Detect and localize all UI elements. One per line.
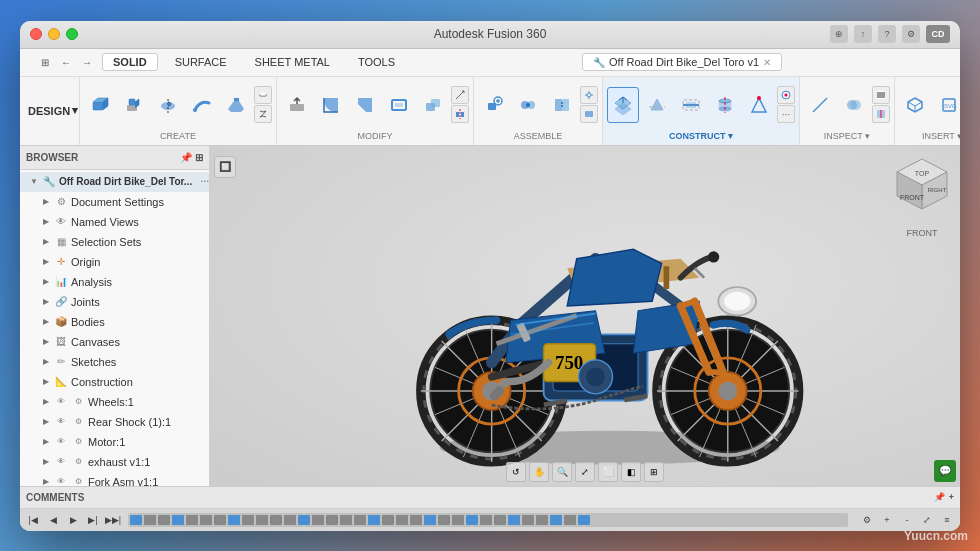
extrude-button[interactable] [118, 87, 150, 123]
timeline-marker-7[interactable] [214, 515, 226, 525]
timeline-marker-15[interactable] [326, 515, 338, 525]
account-button[interactable]: ⚙ [902, 25, 920, 43]
back-button[interactable]: ← [57, 53, 75, 71]
tab-surface[interactable]: SURFACE [164, 53, 238, 71]
tab-tools[interactable]: TOOLS [347, 53, 406, 71]
display-mode-button[interactable]: ⬜ [598, 462, 618, 482]
tree-item-canvases[interactable]: ▶ 🖼 Canvases [20, 332, 209, 352]
timeline-marker-27[interactable] [494, 515, 506, 525]
section-analysis-button[interactable] [872, 105, 890, 123]
timeline-marker-29[interactable] [522, 515, 534, 525]
axis-through-cylinder-button[interactable] [709, 87, 741, 123]
tab-solid[interactable]: SOLID [102, 53, 158, 71]
timeline-marker-13[interactable] [298, 515, 310, 525]
timeline-settings-button[interactable]: ⚙ [858, 511, 876, 529]
timeline-marker-5[interactable] [186, 515, 198, 525]
insert-svg-button[interactable]: SVG [933, 87, 960, 123]
file-tab[interactable]: 🔧 Off Road Dirt Bike_Del Toro v1 ✕ [582, 53, 782, 71]
play-button[interactable]: ▶ [64, 511, 82, 529]
snap-button[interactable]: 🔲 [214, 156, 236, 178]
prev-frame-button[interactable]: ◀ [44, 511, 62, 529]
pan-button[interactable]: ✋ [529, 462, 549, 482]
timeline-marker-11[interactable] [270, 515, 282, 525]
timeline-marker-19[interactable] [382, 515, 394, 525]
timeline-marker-8[interactable] [228, 515, 240, 525]
timeline-marker-9[interactable] [242, 515, 254, 525]
shell-button[interactable] [383, 87, 415, 123]
insert-mesh-button[interactable] [899, 87, 931, 123]
timeline-marker-17[interactable] [354, 515, 366, 525]
timeline-marker-22[interactable] [424, 515, 436, 525]
timeline-mode-button[interactable]: ≡ [938, 511, 956, 529]
more-construct-button[interactable]: ··· [777, 105, 795, 123]
timeline-marker-14[interactable] [312, 515, 324, 525]
timeline-marker-28[interactable] [508, 515, 520, 525]
new-component-button[interactable] [84, 87, 116, 123]
tree-item-root[interactable]: ▼ 🔧 Off Road Dirt Bike_Del Tor... ⋯ [20, 172, 209, 192]
new-component-assemble-button[interactable] [478, 87, 510, 123]
timeline-marker-26[interactable] [480, 515, 492, 525]
timeline-marker-31[interactable] [550, 515, 562, 525]
grid-display-button[interactable]: ⊞ [644, 462, 664, 482]
fillet-button[interactable] [315, 87, 347, 123]
file-tab-close[interactable]: ✕ [763, 57, 771, 68]
timeline-marker-3[interactable] [158, 515, 170, 525]
sidebar-pin-button[interactable]: 📌 [180, 152, 192, 163]
timeline-marker-30[interactable] [536, 515, 548, 525]
next-frame-button[interactable]: ▶| [84, 511, 102, 529]
offset-plane-button[interactable] [607, 87, 639, 123]
tree-item-origin[interactable]: ▶ ✛ Origin [20, 252, 209, 272]
midplane-button[interactable] [675, 87, 707, 123]
tree-item-bodies[interactable]: ▶ 📦 Bodies [20, 312, 209, 332]
tree-item-sketches[interactable]: ▶ ✏ Sketches [20, 352, 209, 372]
tree-item-motor[interactable]: ▶ 👁 ⚙ Motor:1 [20, 432, 209, 452]
timeline-marker-10[interactable] [256, 515, 268, 525]
rigid-group-button[interactable] [580, 105, 598, 123]
hole-button[interactable] [254, 86, 272, 104]
as-built-joint-button[interactable] [546, 87, 578, 123]
joint-origin-button[interactable] [580, 86, 598, 104]
timeline-marker-1[interactable] [130, 515, 142, 525]
tree-item-exhaust[interactable]: ▶ 👁 ⚙ exhaust v1:1 [20, 452, 209, 472]
settings-button[interactable]: ? [878, 25, 896, 43]
maximize-button[interactable] [66, 28, 78, 40]
chat-button[interactable]: 💬 [934, 460, 956, 482]
combine-button[interactable] [417, 87, 449, 123]
shading-button[interactable]: ◧ [621, 462, 641, 482]
timeline-marker-21[interactable] [410, 515, 422, 525]
timeline-marker-23[interactable] [438, 515, 450, 525]
press-pull-button[interactable] [281, 87, 313, 123]
timeline-marker-32[interactable] [564, 515, 576, 525]
timeline-marker-4[interactable] [172, 515, 184, 525]
tree-item-selection-sets[interactable]: ▶ ▦ Selection Sets [20, 232, 209, 252]
tree-item-joints[interactable]: ▶ 🔗 Joints [20, 292, 209, 312]
skip-start-button[interactable]: |◀ [24, 511, 42, 529]
orbit-button[interactable]: ↺ [506, 462, 526, 482]
timeline-marker-24[interactable] [452, 515, 464, 525]
view-cube[interactable]: TOP FRONT RIGHT FRONT [892, 154, 952, 214]
sweep-button[interactable] [186, 87, 218, 123]
timeline-marker-6[interactable] [200, 515, 212, 525]
grid-button[interactable]: ⊞ [36, 53, 54, 71]
comments-expand-button[interactable]: + [949, 492, 954, 502]
interference-button[interactable] [838, 87, 870, 123]
timeline-marker-2[interactable] [144, 515, 156, 525]
zebra-button[interactable] [872, 86, 890, 104]
timeline-marker-20[interactable] [396, 515, 408, 525]
fit-view-button[interactable]: ⤢ [575, 462, 595, 482]
tree-item-named-views[interactable]: ▶ 👁 Named Views [20, 212, 209, 232]
skip-end-button[interactable]: ▶▶| [104, 511, 122, 529]
timeline-marker-16[interactable] [340, 515, 352, 525]
loft-button[interactable] [220, 87, 252, 123]
timeline-marker-12[interactable] [284, 515, 296, 525]
tab-sheet-metal[interactable]: SHEET METAL [244, 53, 341, 71]
timeline-zoom-in-button[interactable]: + [878, 511, 896, 529]
viewport[interactable]: 750 750 [210, 146, 960, 486]
timeline-marker-18[interactable] [368, 515, 380, 525]
timeline-fit-button[interactable]: ⤢ [918, 511, 936, 529]
chamfer-button[interactable] [349, 87, 381, 123]
close-button[interactable] [30, 28, 42, 40]
point-at-vertex-button[interactable] [743, 87, 775, 123]
tree-item-rear-shock[interactable]: ▶ 👁 ⚙ Rear Shock (1):1 [20, 412, 209, 432]
comments-pin-button[interactable]: 📌 [934, 492, 945, 502]
